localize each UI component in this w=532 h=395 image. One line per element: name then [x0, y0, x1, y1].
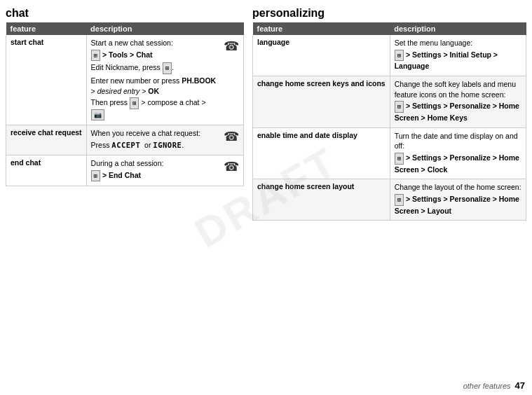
feature-cell: end chat — [6, 155, 87, 186]
feature-cell: receive chat request — [6, 125, 87, 155]
footer-label: other features — [463, 382, 511, 390]
left-title: chat — [6, 7, 244, 20]
pers-col-feature: feature — [253, 22, 390, 35]
page-container: chat feature description start chat Star… — [0, 0, 532, 377]
phone-icon-3: ☎ — [224, 158, 239, 176]
table-row: start chat Start a new chat session: ⊞ >… — [6, 35, 244, 125]
chat-table: feature description start chat Start a n… — [6, 22, 244, 186]
table-row: end chat During a chat session: ⊞ > End … — [6, 155, 244, 186]
right-title: personalizing — [252, 7, 526, 20]
table-row: change home screen layout Change the lay… — [253, 179, 526, 221]
desc-cell: Change the soft key labels and menu feat… — [390, 76, 526, 127]
feature-cell: change home screen keys and icons — [253, 76, 390, 127]
desc-cell: Change the layout of the home screen: ⊞ … — [390, 179, 526, 221]
footer: other features 47 — [0, 377, 532, 395]
pers-col-description: description — [390, 22, 526, 35]
phone-icon-2: ☎ — [224, 128, 239, 146]
chat-col-description: description — [86, 22, 243, 35]
desc-cell: Start a new chat session: ⊞ > Tools > Ch… — [86, 35, 243, 125]
feature-cell: enable time and date display — [253, 127, 390, 179]
feature-cell: start chat — [6, 35, 87, 125]
table-row: receive chat request When you receive a … — [6, 125, 244, 155]
desc-cell: Set the menu language: ⊞ > Settings > In… — [390, 35, 526, 76]
chat-col-feature: feature — [6, 22, 87, 35]
desc-cell: Turn the date and time display on and of… — [390, 127, 526, 179]
right-section: personalizing feature description langua… — [252, 7, 526, 372]
feature-cell: language — [253, 35, 390, 76]
phone-icon-1: ☎ — [224, 38, 239, 55]
left-section: chat feature description start chat Star… — [6, 7, 244, 372]
desc-cell: During a chat session: ⊞ > End Chat ☎ — [86, 155, 243, 186]
table-row: change home screen keys and icons Change… — [253, 76, 526, 127]
table-row: enable time and date display Turn the da… — [253, 127, 526, 179]
footer-page: 47 — [515, 380, 525, 391]
desc-cell: When you receive a chat request: Press A… — [86, 125, 243, 155]
feature-cell: change home screen layout — [253, 179, 390, 221]
personalizing-table: feature description language Set the men… — [252, 22, 526, 221]
table-row: language Set the menu language: ⊞ > Sett… — [253, 35, 526, 76]
